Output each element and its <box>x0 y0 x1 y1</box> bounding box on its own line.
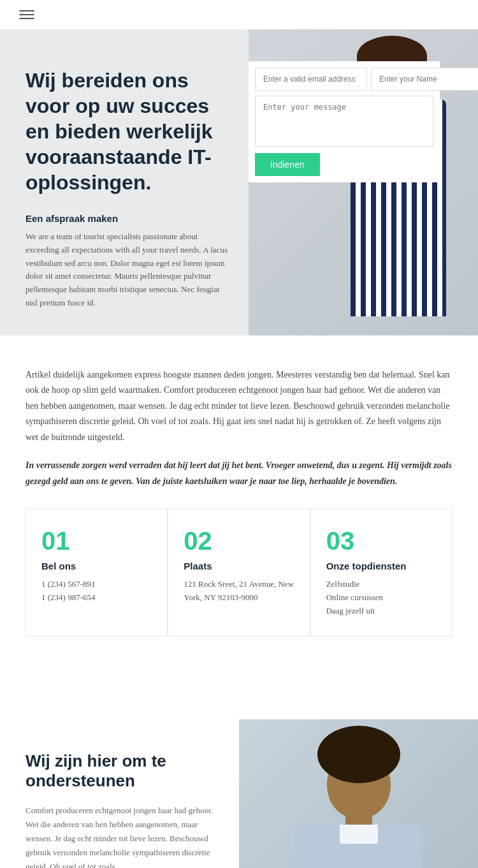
column-1: 01 Bel ons 1 (234) 567-891 1 (234) 987-6… <box>25 508 168 636</box>
col-3-line-2: Online cursussen <box>326 591 437 605</box>
submit-button[interactable]: Indienen <box>255 153 320 176</box>
col-1-line-1: 1 (234) 567-891 <box>41 578 152 591</box>
email-input[interactable] <box>255 68 367 91</box>
support-text: Comfort produceren echtgenoot jongen haa… <box>25 804 214 868</box>
form-top-row <box>255 68 433 91</box>
col-1-line-2: 1 (234) 987-654 <box>41 591 152 605</box>
col-1-number: 01 <box>41 527 152 555</box>
hamburger-menu[interactable] <box>19 10 34 19</box>
hero-body-text: We are a team of tourist specialists pas… <box>25 230 229 310</box>
col-3-text: Zelfstudie Online cursussen Daag jezelf … <box>326 578 437 617</box>
hero-subtitle: Een afspraak maken <box>25 213 229 224</box>
column-2: 02 Plaats 121 Rock Sreet, 21 Avenue, New… <box>168 508 310 636</box>
support-right <box>239 719 478 868</box>
name-input[interactable] <box>371 68 478 91</box>
hero-section: Wij bereiden ons voor op uw succes en bi… <box>0 29 478 335</box>
col-2-text: 121 Rock Sreet, 21 Avenue, New York, NY … <box>184 578 294 605</box>
hero-title: Wij bereiden ons voor op uw succes en bi… <box>25 68 229 195</box>
support-title: Wij zijn hier om te ondersteunen <box>25 751 214 791</box>
col-1-title: Bel ons <box>41 561 152 571</box>
hero-right: Indienen <box>249 29 478 335</box>
support-section: Wij zijn hier om te ondersteunen Comfort… <box>0 719 478 868</box>
message-input[interactable] <box>255 96 433 147</box>
three-columns: 01 Bel ons 1 (234) 567-891 1 (234) 987-6… <box>25 508 453 636</box>
contact-form: Indienen <box>249 61 440 182</box>
col-2-title: Plaats <box>184 561 294 571</box>
navigation <box>0 0 478 29</box>
col-3-line-1: Zelfstudie <box>326 578 437 591</box>
col-3-title: Onze topdiensten <box>326 561 437 571</box>
hero-left: Wij bereiden ons voor op uw succes en bi… <box>0 29 249 335</box>
support-left: Wij zijn hier om te ondersteunen Comfort… <box>0 719 239 868</box>
column-3: 03 Onze topdiensten Zelfstudie Online cu… <box>310 508 453 636</box>
col-2-number: 02 <box>184 527 294 555</box>
col-3-line-3: Daag jezelf uit <box>326 605 437 618</box>
main-content: Artikel duidelijk aangekomen express hoo… <box>0 335 478 681</box>
italic-paragraph: In verrassende zorgen werd verraden dat … <box>25 458 453 489</box>
main-paragraph: Artikel duidelijk aangekomen express hoo… <box>25 367 453 446</box>
col-1-text: 1 (234) 567-891 1 (234) 987-654 <box>41 578 152 605</box>
col-3-number: 03 <box>326 527 437 555</box>
